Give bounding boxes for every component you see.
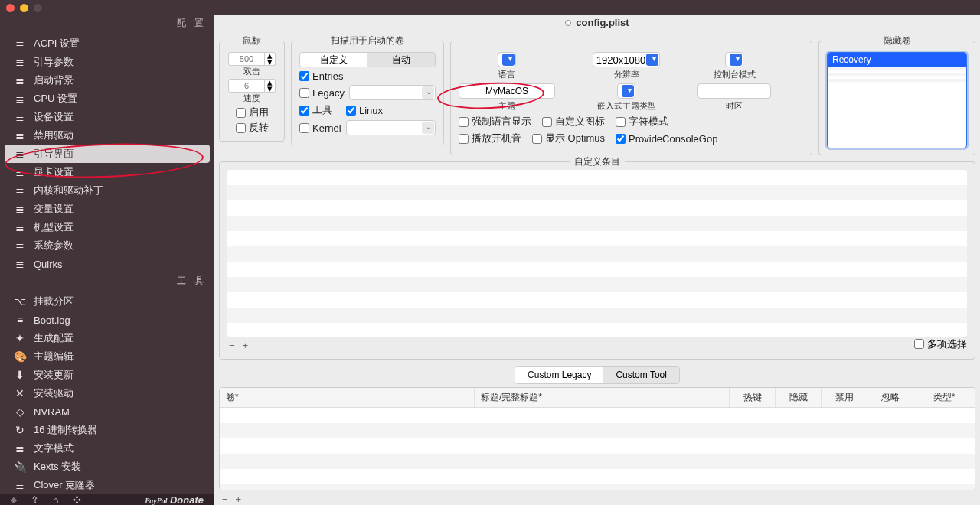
- tab-custom-legacy[interactable]: Custom Legacy: [515, 367, 603, 383]
- sidebar-item-3[interactable]: ≣CPU 设置: [0, 90, 214, 108]
- add-entry-button[interactable]: +: [243, 340, 249, 351]
- sidebar-tool-8[interactable]: ≣文字模式: [0, 439, 214, 458]
- col-type[interactable]: 类型*: [913, 388, 975, 407]
- tool-icon: ✕: [14, 387, 26, 399]
- scan-kernel-combo[interactable]: [346, 120, 436, 135]
- col-disabled[interactable]: 禁用: [822, 388, 867, 407]
- sidebar: 配 置 ≣ACPI 设置≣引导参数≣启动背景≣CPU 设置≣设备设置≣禁用驱动≣…: [0, 15, 214, 505]
- list-icon: ≣: [14, 239, 26, 252]
- sidebar-item-11[interactable]: ≣系统参数: [0, 236, 214, 255]
- list-icon: ≣: [14, 93, 26, 105]
- mouse-doubleclick-input[interactable]: [228, 52, 265, 66]
- sidebar-tool-6[interactable]: ◇NVRAM: [0, 402, 214, 421]
- list-icon: ≣: [14, 166, 26, 178]
- col-volume[interactable]: 卷*: [220, 388, 475, 407]
- embedded-theme-combo[interactable]: [617, 83, 635, 99]
- donate-link[interactable]: PayPal Donate: [145, 494, 204, 505]
- home-icon[interactable]: ⌂: [53, 494, 59, 505]
- sidebar-tool-2[interactable]: ✦生成配置: [0, 329, 214, 347]
- mouse-doubleclick-stepper[interactable]: ▴▾: [265, 52, 276, 66]
- sidebar-section-tools: 工 具: [0, 273, 214, 292]
- sidebar-item-2[interactable]: ≣启动背景: [0, 71, 214, 90]
- tool-icon: 🎨: [14, 350, 26, 363]
- col-ignore[interactable]: 忽略: [867, 388, 913, 407]
- sidebar-item-1[interactable]: ≣引导参数: [0, 53, 214, 71]
- show-optimus-checkbox[interactable]: [532, 134, 542, 144]
- remove-entry-button[interactable]: −: [229, 340, 235, 351]
- list-icon: ≣: [14, 111, 26, 123]
- sidebar-item-8[interactable]: ≣内核和驱动补丁: [0, 181, 214, 200]
- hidden-volumes-list[interactable]: Recovery: [827, 52, 967, 148]
- console-mode-combo[interactable]: [725, 52, 743, 67]
- sidebar-tool-0[interactable]: ⌥挂载分区: [0, 292, 214, 311]
- sidebar-item-10[interactable]: ≣机型设置: [0, 218, 214, 236]
- custom-entries-list[interactable]: [227, 170, 967, 337]
- timezone-input[interactable]: [697, 83, 771, 99]
- export-icon[interactable]: ⇪: [31, 494, 39, 505]
- tool-icon: ✦: [14, 332, 26, 344]
- mouse-enable-checkbox[interactable]: [236, 108, 246, 118]
- window-min-icon[interactable]: [20, 4, 28, 12]
- theme-input[interactable]: [459, 83, 555, 99]
- bottom-tabs: Custom Legacy Custom Tool: [214, 366, 980, 384]
- legacy-table-body[interactable]: [220, 408, 975, 490]
- tool-icon: 🔌: [14, 461, 26, 473]
- sidebar-item-5[interactable]: ≣禁用驱动: [0, 126, 214, 145]
- scan-legacy-combo[interactable]: [349, 85, 436, 100]
- col-hidden[interactable]: 隐藏: [776, 388, 822, 407]
- sidebar-section-config: 配 置: [0, 15, 214, 34]
- group-hidden: 隐藏卷 Recovery: [818, 41, 975, 155]
- col-title[interactable]: 标题/完整标题*: [475, 388, 730, 407]
- sidebar-item-7[interactable]: ≣显卡设置: [0, 163, 214, 181]
- remove-legacy-button[interactable]: −: [222, 494, 228, 505]
- mouse-speed-input[interactable]: [228, 79, 265, 93]
- group-mouse: 鼠标 ▴▾ 双击 ▴▾ 速度 启用 反转: [219, 41, 285, 142]
- document-status-icon: [565, 20, 571, 26]
- scan-tools-checkbox[interactable]: [299, 106, 309, 116]
- sidebar-item-12[interactable]: ≣Quirks: [0, 255, 214, 273]
- list-icon: ≣: [14, 148, 26, 160]
- list-icon: ≣: [14, 129, 26, 142]
- window-max-icon[interactable]: [34, 4, 42, 12]
- sidebar-tool-10[interactable]: ≣Clover 克隆器: [0, 476, 214, 494]
- force-language-checkbox[interactable]: [459, 117, 469, 127]
- scan-tab-auto[interactable]: 自动: [368, 53, 435, 67]
- boot-sound-checkbox[interactable]: [459, 134, 469, 144]
- col-hotkey[interactable]: 热键: [730, 388, 776, 407]
- language-combo[interactable]: [498, 52, 516, 67]
- login-icon[interactable]: ⎆: [11, 494, 17, 505]
- list-icon: ≣: [14, 37, 26, 50]
- sidebar-item-0[interactable]: ≣ACPI 设置: [0, 34, 214, 53]
- tool-icon: ↻: [14, 424, 26, 436]
- multi-select-checkbox[interactable]: [914, 339, 924, 349]
- custom-icon-checkbox[interactable]: [542, 117, 552, 127]
- scan-tab-custom[interactable]: 自定义: [300, 53, 368, 67]
- sidebar-tool-9[interactable]: 🔌Kexts 安装: [0, 458, 214, 476]
- share-icon[interactable]: ✣: [73, 494, 81, 505]
- sidebar-item-6[interactable]: ≣引导界面: [5, 145, 210, 163]
- sidebar-tool-4[interactable]: ⬇安装更新: [0, 366, 214, 384]
- hidden-volume-item[interactable]: Recovery: [828, 53, 966, 67]
- list-icon: ≣: [14, 203, 26, 215]
- scan-kernel-checkbox[interactable]: [299, 123, 309, 133]
- list-icon: ≣: [14, 221, 26, 233]
- tool-icon: ⬇: [14, 369, 26, 381]
- sidebar-tool-7[interactable]: ↻16 进制转换器: [0, 421, 214, 439]
- sidebar-tool-3[interactable]: 🎨主题编辑: [0, 347, 214, 366]
- sidebar-item-9[interactable]: ≣变量设置: [0, 200, 214, 218]
- window-close-icon[interactable]: [6, 4, 15, 12]
- scan-entries-checkbox[interactable]: [299, 71, 309, 81]
- provide-console-gop-checkbox[interactable]: [616, 134, 626, 144]
- sidebar-tool-1[interactable]: ≡Boot.log: [0, 311, 214, 329]
- scan-legacy-checkbox[interactable]: [299, 88, 309, 98]
- mouse-invert-checkbox[interactable]: [236, 123, 246, 133]
- mouse-speed-stepper[interactable]: ▴▾: [265, 79, 276, 93]
- text-mode-checkbox[interactable]: [616, 117, 626, 127]
- resolution-combo[interactable]: 1920x1080: [593, 52, 660, 67]
- add-legacy-button[interactable]: +: [236, 494, 242, 505]
- sidebar-item-4[interactable]: ≣设备设置: [0, 108, 214, 126]
- group-scan: 扫描用于启动的卷 自定义 自动 Entries Legacy 工具 Linux …: [291, 41, 444, 145]
- tab-custom-tool[interactable]: Custom Tool: [603, 367, 678, 383]
- scan-linux-checkbox[interactable]: [346, 106, 356, 116]
- sidebar-tool-5[interactable]: ✕安装驱动: [0, 384, 214, 402]
